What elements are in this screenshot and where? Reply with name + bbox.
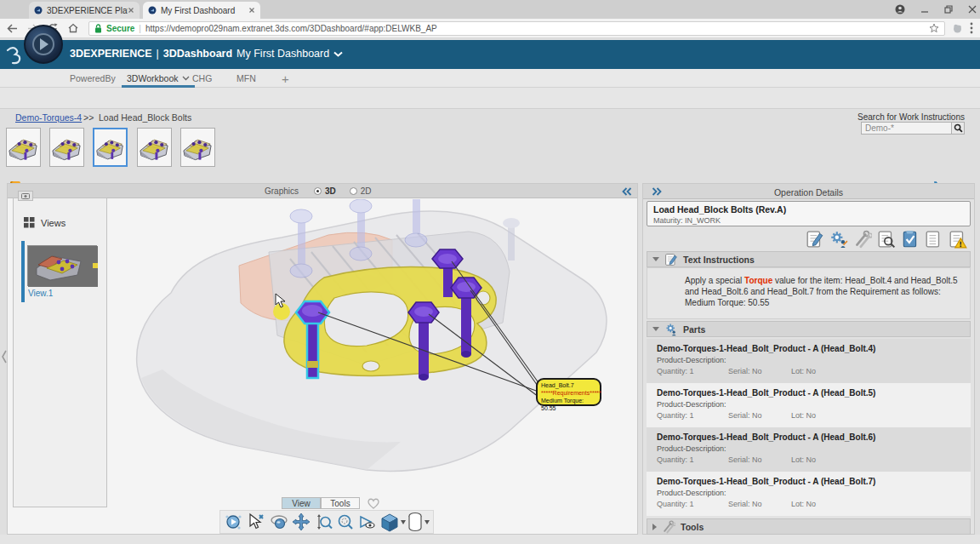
part-card-4[interactable]: Demo-Torques-1-Head_Bolt_Product - A (He… bbox=[647, 472, 971, 516]
zoom-icon[interactable] bbox=[313, 512, 333, 532]
compass-icon[interactable] bbox=[24, 25, 63, 64]
tab-mfn[interactable]: MFN bbox=[236, 69, 256, 88]
inspect-instructions-icon[interactable] bbox=[877, 230, 896, 249]
select-cursor-icon[interactable] bbox=[246, 512, 266, 532]
wi-thumbnail-1[interactable] bbox=[6, 128, 41, 167]
radio-3d[interactable] bbox=[314, 187, 322, 195]
section-tools[interactable]: Tools bbox=[647, 518, 971, 535]
browser-menu-icon[interactable] bbox=[970, 22, 973, 34]
extension-icon[interactable] bbox=[952, 23, 963, 34]
medium-torque-line: Medium Torque: 50.55 bbox=[685, 297, 961, 308]
radio-3d-label[interactable]: 3D bbox=[325, 186, 336, 196]
tab-3dworkbook[interactable]: 3DWorkbook bbox=[127, 69, 190, 88]
back-icon[interactable] bbox=[7, 24, 20, 33]
section-parts[interactable]: Parts bbox=[647, 321, 971, 337]
browser-tab-platform[interactable]: 3DEXPERIENCE Platform bbox=[29, 2, 140, 19]
graphics-collapse-left-icon[interactable] bbox=[622, 187, 632, 196]
collapse-triangle-icon[interactable] bbox=[652, 524, 657, 530]
part-quantity: Quantity: 1 bbox=[657, 367, 728, 375]
look-at-icon[interactable] bbox=[357, 512, 378, 532]
dashboard-chevron-down-icon[interactable] bbox=[333, 51, 343, 57]
wi-thumbnail-5[interactable] bbox=[180, 128, 215, 167]
url-text: https://vdemopro029nam.extranet.3ds.com/… bbox=[145, 24, 437, 33]
part-name: Demo-Torques-1-Head_Bolt_Product - A (He… bbox=[657, 388, 962, 398]
assign-parts-icon[interactable] bbox=[829, 230, 848, 249]
window-close-icon[interactable] bbox=[968, 5, 977, 14]
browser-profile-icon[interactable] bbox=[895, 4, 905, 14]
views-panel: Views View.1 bbox=[13, 198, 107, 507]
browser-tab-dashboard[interactable]: My First Dashboard bbox=[143, 2, 260, 19]
tab-close-icon[interactable] bbox=[128, 7, 134, 14]
operation-card[interactable]: Load Head_Block Bolts (Rev.A) Maturity: … bbox=[647, 201, 971, 226]
callout-line3: Medium Torque: 50.55 bbox=[541, 397, 596, 412]
issue-warning-icon[interactable] bbox=[949, 230, 967, 249]
tab-title: 3DEXPERIENCE Platform bbox=[47, 6, 128, 15]
collapse-triangle-icon[interactable] bbox=[652, 327, 659, 331]
view-item-1[interactable]: View.1 bbox=[21, 241, 100, 302]
part-lot: Lot: No bbox=[791, 367, 816, 375]
view-selected-bar bbox=[21, 241, 25, 302]
brand-divider: | bbox=[157, 48, 159, 60]
tab-poweredby[interactable]: PoweredBy bbox=[70, 69, 116, 88]
breadcrumb-current: Load Head_Block Bolts bbox=[99, 112, 191, 123]
wi-search-button[interactable] bbox=[951, 123, 964, 134]
3d-viewport[interactable] bbox=[111, 199, 637, 495]
part-card-1[interactable]: Demo-Torques-1-Head_Bolt_Product - A (He… bbox=[647, 339, 971, 383]
graphics-header: Graphics 3D 2D bbox=[8, 184, 637, 198]
callout-line2: *****Requirements***** bbox=[541, 389, 596, 397]
part-card-3[interactable]: Demo-Torques-1-Head_Bolt_Product - A (He… bbox=[647, 427, 971, 472]
iso-view-icon[interactable] bbox=[380, 512, 406, 532]
wi-thumbnail-4[interactable] bbox=[137, 128, 172, 167]
favorites-heart-icon[interactable] bbox=[367, 497, 380, 509]
viewport-toolbar bbox=[219, 510, 434, 534]
part-name: Demo-Torques-1-Head_Bolt_Product - A (He… bbox=[657, 432, 962, 442]
address-bar[interactable]: Secure | https://vdemopro029nam.extranet… bbox=[88, 21, 945, 36]
tab-chevron-down-icon[interactable] bbox=[182, 76, 190, 81]
orbit-icon[interactable] bbox=[269, 512, 289, 532]
breadcrumb-link[interactable]: Demo-Torques-4 bbox=[15, 112, 82, 123]
part-quantity: Quantity: 1 bbox=[657, 455, 728, 464]
radio-2d-label[interactable]: 2D bbox=[361, 186, 372, 196]
collapse-triangle-icon[interactable] bbox=[652, 257, 659, 261]
wi-search-input[interactable] bbox=[862, 123, 951, 134]
dashboard-name-label[interactable]: My First Dashboard bbox=[236, 48, 329, 60]
radio-2d[interactable] bbox=[350, 187, 357, 195]
tab-tools[interactable]: Tools bbox=[321, 497, 360, 509]
tab-close-icon[interactable] bbox=[248, 7, 255, 14]
wi-thumbnail-2[interactable] bbox=[49, 128, 84, 167]
home-icon[interactable] bbox=[68, 23, 82, 33]
report-icon[interactable] bbox=[925, 230, 943, 249]
tab-chg[interactable]: CHG bbox=[192, 69, 212, 88]
window-restore-icon[interactable] bbox=[944, 5, 953, 14]
view-thumbnail[interactable] bbox=[27, 245, 97, 286]
section-cylinder-icon[interactable] bbox=[407, 512, 430, 532]
part-description-label: Product-Description: bbox=[657, 489, 962, 497]
add-tab-button[interactable]: + bbox=[282, 69, 289, 88]
3ds-logo bbox=[4, 45, 25, 66]
tab-view[interactable]: View bbox=[282, 497, 321, 509]
window-minimize-icon[interactable] bbox=[920, 5, 929, 14]
app-name-label: 3DDashboard bbox=[163, 48, 232, 60]
page-footer bbox=[0, 535, 980, 544]
section-text-instructions[interactable]: Text Instructions bbox=[647, 251, 971, 267]
brand-label: 3DEXPERIENCE bbox=[70, 48, 152, 60]
operation-details-panel: Operation Details Load Head_Block Bolts … bbox=[642, 183, 975, 535]
viewport-tabs: View Tools bbox=[282, 497, 380, 509]
edit-instructions-icon[interactable] bbox=[806, 230, 824, 249]
assign-tools-icon[interactable] bbox=[853, 230, 872, 249]
part-card-2[interactable]: Demo-Torques-1-Head_Bolt_Product - A (He… bbox=[647, 383, 971, 427]
pan-icon[interactable] bbox=[291, 512, 311, 532]
tab-favicon bbox=[148, 6, 157, 14]
wi-thumbnail-3-selected[interactable] bbox=[93, 128, 128, 167]
bookmark-star-icon[interactable] bbox=[929, 23, 939, 33]
validate-icon[interactable] bbox=[901, 230, 920, 249]
view-label[interactable]: View.1 bbox=[28, 289, 53, 298]
playback-icon[interactable] bbox=[224, 512, 244, 532]
breadcrumb-separator: >> bbox=[83, 112, 94, 123]
parts-icon bbox=[664, 323, 678, 336]
views-tab[interactable] bbox=[18, 191, 33, 201]
zoom-area-icon[interactable] bbox=[335, 512, 356, 532]
tools-icon bbox=[662, 520, 675, 534]
operation-title: Load Head_Block Bolts (Rev.A) bbox=[653, 204, 964, 215]
text-instructions-body: Apply a special Torque value for the ite… bbox=[647, 267, 971, 319]
